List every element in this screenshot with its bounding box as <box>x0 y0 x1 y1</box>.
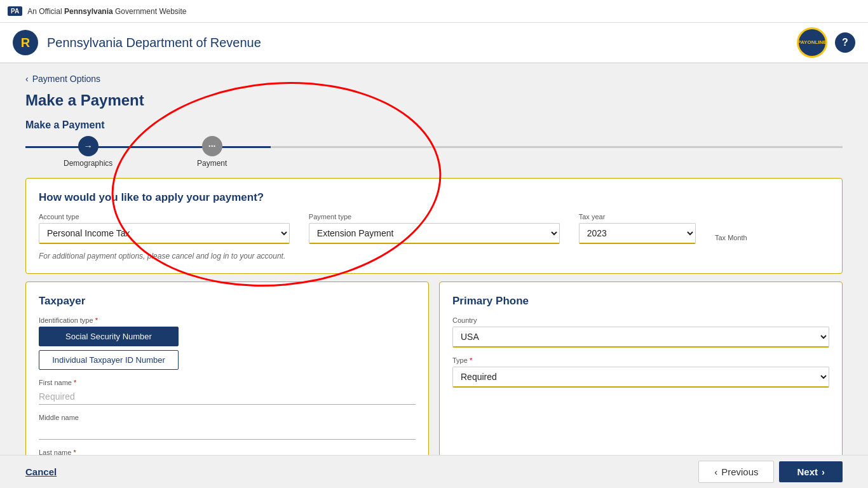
next-arrow: › <box>822 466 825 477</box>
next-label: Next <box>797 466 818 477</box>
step-demographics-label: Demographics <box>64 159 112 168</box>
header-right: PAYONLINE ? <box>797 27 855 58</box>
payment-type-group: Payment type Extension Payment <box>309 213 560 244</box>
id-type-label: Identification type <box>39 316 416 324</box>
type-group: Type Required <box>452 356 829 388</box>
id-type-buttons: Social Security Number Individual Taxpay… <box>39 327 416 370</box>
id-type-group: Identification type Social Security Numb… <box>39 316 416 379</box>
pay-online-badge: PAYONLINE <box>797 27 827 58</box>
country-label: Country <box>452 316 829 324</box>
stepper-line: → Demographics ··· Payment <box>25 136 843 168</box>
pa-logo: PA <box>8 6 22 16</box>
account-type-select[interactable]: Personal Income Tax <box>39 223 290 244</box>
payment-card-title: How would you like to apply your payment… <box>39 191 829 204</box>
country-select[interactable]: USA <box>452 327 829 348</box>
account-type-label: Account type <box>39 213 290 220</box>
payment-note: For additional payment options, please c… <box>39 252 829 261</box>
primary-phone-card: Primary Phone Country USA Type Required <box>439 281 843 472</box>
country-group: Country USA <box>452 316 829 348</box>
taxpayer-phone-row: Taxpayer Identification type Social Secu… <box>25 281 843 480</box>
type-select[interactable]: Required <box>452 367 829 388</box>
tax-year-group: Tax year 2023 <box>579 213 696 244</box>
tax-month-group: Tax Month <box>715 234 829 244</box>
cancel-button[interactable]: Cancel <box>25 466 57 477</box>
step-payment-circle: ··· <box>202 136 222 156</box>
step-demographics[interactable]: → Demographics <box>64 136 112 168</box>
next-button[interactable]: Next › <box>779 461 843 482</box>
first-name-label: First name <box>39 379 416 386</box>
payment-options-card: How would you like to apply your payment… <box>25 178 843 274</box>
agency-logo: R <box>13 30 38 55</box>
breadcrumb-arrow: ‹ <box>25 74 29 84</box>
middle-name-group: Middle name <box>39 414 416 440</box>
previous-label: Previous <box>721 466 758 477</box>
middle-name-label: Middle name <box>39 414 416 421</box>
official-text: An Official Pennsylvania Government Webs… <box>27 7 186 16</box>
ssn-button[interactable]: Social Security Number <box>39 327 179 346</box>
taxpayer-card-title: Taxpayer <box>39 295 416 308</box>
account-type-group: Account type Personal Income Tax <box>39 213 290 244</box>
tax-year-select[interactable]: 2023 <box>579 223 696 244</box>
taxpayer-card: Taxpayer Identification type Social Secu… <box>25 281 429 472</box>
nav-buttons: ‹ Previous Next › <box>698 461 843 483</box>
middle-name-input[interactable] <box>39 424 416 440</box>
help-icon[interactable]: ? <box>835 32 855 53</box>
tax-month-label: Tax Month <box>715 234 829 241</box>
itin-button[interactable]: Individual Taxpayer ID Number <box>39 350 179 370</box>
tax-year-label: Tax year <box>579 213 696 220</box>
step-payment[interactable]: ··· Payment <box>197 136 227 168</box>
stepper-title: Make a Payment <box>25 119 843 131</box>
type-label: Type <box>452 356 829 364</box>
step-demographics-circle: → <box>78 136 98 156</box>
header-title: Pennsylvania Department of Revenue <box>47 36 261 50</box>
stepper-section: Make a Payment → Demographics ··· Paymen… <box>25 119 843 168</box>
breadcrumb-link[interactable]: Payment Options <box>32 74 100 84</box>
phone-card-title: Primary Phone <box>452 295 829 308</box>
breadcrumb: ‹ Payment Options <box>25 74 843 84</box>
previous-arrow: ‹ <box>714 466 717 477</box>
first-name-group: First name <box>39 379 416 405</box>
step-payment-label: Payment <box>197 159 227 168</box>
payment-type-select[interactable]: Extension Payment <box>309 223 560 244</box>
page-title: Make a Payment <box>25 92 843 109</box>
stepper-track-active <box>25 146 271 148</box>
payment-type-label: Payment type <box>309 213 560 220</box>
header: R Pennsylvania Department of Revenue PAY… <box>0 23 868 64</box>
previous-button[interactable]: ‹ Previous <box>698 461 774 483</box>
payment-form-row: Account type Personal Income Tax Payment… <box>39 213 829 244</box>
top-bar: PA An Official Pennsylvania Government W… <box>0 0 868 23</box>
bottom-bar: Cancel ‹ Previous Next › <box>0 455 868 488</box>
first-name-input[interactable] <box>39 389 416 405</box>
main-content: ‹ Payment Options Make a Payment Make a … <box>0 64 868 488</box>
